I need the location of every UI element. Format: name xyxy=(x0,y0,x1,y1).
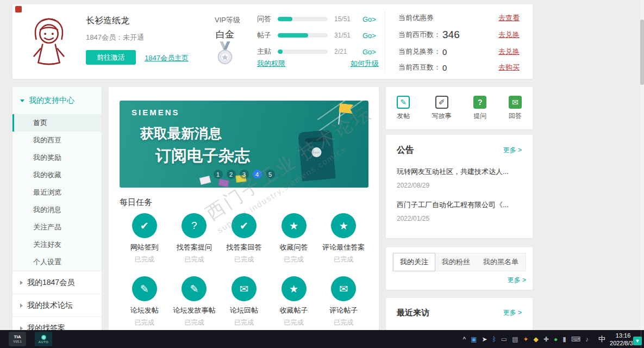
pagination-dot-3[interactable]: 3 xyxy=(240,170,249,179)
ime-icon[interactable]: ⌨ xyxy=(571,336,580,343)
announcement-item[interactable]: 西门子工厂自动化工程有限公司《... 2022/01/25 xyxy=(397,200,522,222)
go-link[interactable]: Go> xyxy=(362,32,376,40)
quick-action-new-post[interactable]: ✎ 发帖 xyxy=(397,96,410,121)
task-favorite-post[interactable]: ★ 收藏帖子 已完成 xyxy=(269,276,319,327)
go-link[interactable]: Go> xyxy=(362,15,376,23)
quick-action-answer[interactable]: ✉ 回答 xyxy=(509,96,522,121)
upgrade-link[interactable]: 如何升级 xyxy=(351,59,379,69)
permissions-link[interactable]: 我的权限 xyxy=(257,59,285,69)
task-site-checkin[interactable]: ✔ 网站签到 已完成 xyxy=(120,213,170,264)
tab-my-blacklist[interactable]: 我的黑名单 xyxy=(477,253,525,271)
wechat-icon[interactable]: ● xyxy=(554,336,558,343)
wallet-row-coins: 当前西币数： 346 去兑换 xyxy=(398,29,520,41)
task-forum-post[interactable]: ✎ 论坛发帖 已完成 xyxy=(120,276,170,327)
medal-icon xyxy=(215,41,235,66)
sidebar-item-my-messages[interactable]: 我的消息 xyxy=(12,201,102,219)
member-home-link[interactable]: 1847会员主页 xyxy=(145,53,189,63)
medal-star-icon: ★ xyxy=(331,213,356,238)
siemens-logo: SIEMENS xyxy=(132,108,180,117)
volume-icon[interactable]: ♪ xyxy=(585,336,589,343)
go-link[interactable]: Go> xyxy=(362,48,376,56)
tab-my-fans[interactable]: 我的粉丝 xyxy=(435,253,477,271)
task-forum-reply[interactable]: ✉ 论坛回帖 已完成 xyxy=(219,276,269,327)
sidebar-section-find-answers[interactable]: 我的找答案 xyxy=(12,316,102,330)
scrollbar-thumb[interactable] xyxy=(640,20,644,85)
recent-visitors-title: 最近来访 xyxy=(397,308,429,318)
sidebar-section-header-support-center[interactable]: 我的支持中心 xyxy=(12,87,102,114)
mouse-pointer-icon[interactable]: ➤ xyxy=(482,336,487,343)
wallet-row-beans: 当前西豆数： 0 去购买 xyxy=(398,63,520,72)
taskbar-app-auto[interactable]: AUTO xyxy=(35,332,52,346)
recent-visitors-card: 最近来访 更多 > xyxy=(386,298,533,330)
view-coupon-link[interactable]: 去查看 xyxy=(498,13,520,23)
taskbar-app-tia-portal[interactable]: TIA V15.1 xyxy=(9,332,26,346)
task-ask-question[interactable]: ? 找答案提问 已完成 xyxy=(170,213,220,264)
task-rate-best-answer[interactable]: ★ 评论最佳答案 已完成 xyxy=(318,213,368,264)
sidebar-section-tech-forum[interactable]: 我的技术论坛 xyxy=(12,294,102,316)
pagination-dot-5[interactable]: 5 xyxy=(266,170,275,179)
visitors-more-link[interactable]: 更多 > xyxy=(503,308,522,318)
battery-icon[interactable]: ▮ xyxy=(562,336,566,343)
progress-label: 问答 xyxy=(257,14,278,24)
progress-bar xyxy=(278,49,328,54)
pagination-dot-2[interactable]: 2 xyxy=(227,170,236,179)
sidebar-item-my-xidou[interactable]: 我的西豆 xyxy=(12,132,102,149)
pagination-dot-4[interactable]: 4 xyxy=(253,170,262,179)
sidebar-item-recent-views[interactable]: 最近浏览 xyxy=(12,184,102,201)
sidebar-item-personal-settings[interactable]: 个人设置 xyxy=(12,253,102,271)
language-indicator[interactable]: 中 xyxy=(598,334,605,344)
social-more-link[interactable]: 更多 > xyxy=(508,276,526,285)
exchange-coins-link[interactable]: 去兑换 xyxy=(498,30,520,40)
hidden-icons-chevron[interactable]: ^ xyxy=(463,336,466,343)
newsletter-banner[interactable]: SIEMENS 获取最新消息 订阅电子杂志 1 2 3 4 5 xyxy=(120,101,368,188)
banner-headline: 获取最新消息 xyxy=(140,125,222,142)
post-pencil-icon: ✎ xyxy=(397,96,410,109)
task-comment-post[interactable]: ✉ 评论帖子 已完成 xyxy=(318,276,368,327)
activate-button[interactable]: 前往激活 xyxy=(86,50,136,65)
quick-action-write-story[interactable]: ✐ 写故事 xyxy=(432,96,452,121)
task-forum-story-post[interactable]: ✎ 论坛发故事帖 已完成 xyxy=(170,276,220,327)
display-icon[interactable]: ▭ xyxy=(501,336,507,343)
quick-action-ask[interactable]: ? 提问 xyxy=(473,96,486,121)
graphics-icon[interactable]: ✚ xyxy=(543,336,549,343)
wallet-label: 当前西豆数： xyxy=(398,63,441,72)
task-label: 收藏帖子 xyxy=(280,306,308,315)
sidebar-item-my-rewards[interactable]: 我的奖励 xyxy=(12,149,102,166)
announcement-text[interactable]: 玩转网友互动社区，共建技术达人... xyxy=(397,167,522,177)
avatar[interactable] xyxy=(22,13,76,67)
exchange-vouchers-link[interactable]: 去兑换 xyxy=(498,47,520,57)
shield-icon[interactable]: ◆ xyxy=(534,336,539,343)
username: 长衫造纸龙 xyxy=(86,15,129,27)
task-answer-question[interactable]: ✔ 找答案回答 已完成 xyxy=(219,213,269,264)
sidebar-item-my-favorites[interactable]: 我的收藏 xyxy=(12,166,102,184)
progress-value: 2/21 xyxy=(334,48,360,55)
announcements-more-link[interactable]: 更多 > xyxy=(503,146,522,155)
progress-bar xyxy=(278,17,328,21)
progress-value: 31/51 xyxy=(334,32,360,39)
bluetooth-icon[interactable]: ᛒ xyxy=(492,336,496,343)
star-icon: ★ xyxy=(282,276,307,301)
tab-my-follows[interactable]: 我的关注 xyxy=(393,253,435,271)
announcement-text[interactable]: 西门子工厂自动化工程有限公司《... xyxy=(397,200,522,210)
pagination-dot-1[interactable]: 1 xyxy=(214,170,223,179)
quick-action-label: 写故事 xyxy=(432,111,452,121)
wallet-label: 当前兑换券： xyxy=(398,47,441,57)
buy-beans-link[interactable]: 去购买 xyxy=(498,63,520,72)
page-scrollbar[interactable] xyxy=(640,0,644,330)
task-label: 评论帖子 xyxy=(329,306,358,315)
sidebar-item-followed-friends[interactable]: 关注好友 xyxy=(12,236,102,253)
sidebar-item-home[interactable]: 首页 xyxy=(12,114,102,132)
announcement-item[interactable]: 玩转网友互动社区，共建技术达人... 2022/08/29 xyxy=(397,167,522,189)
storage-icon[interactable]: ▤ xyxy=(512,336,518,343)
app-label: TIA xyxy=(14,335,21,340)
task-favorite-qa[interactable]: ★ 收藏问答 已完成 xyxy=(269,213,319,264)
sidebar-section-1847-member[interactable]: 我的1847会员 xyxy=(12,271,102,294)
sidebar-item-followed-products[interactable]: 关注产品 xyxy=(12,219,102,236)
firefox-icon[interactable]: ✦ xyxy=(523,336,529,343)
scroll-down-widget[interactable]: ▼ xyxy=(633,337,642,345)
tray-app-icon[interactable]: ▣ xyxy=(471,336,477,343)
daily-tasks-title: 每日任务 xyxy=(120,197,152,208)
progress-row-threads: 主贴 2/21 Go> xyxy=(257,47,376,57)
clock[interactable]: 13:16 2022/8/31 xyxy=(610,332,636,347)
story-pencil-icon: ✐ xyxy=(435,96,448,109)
